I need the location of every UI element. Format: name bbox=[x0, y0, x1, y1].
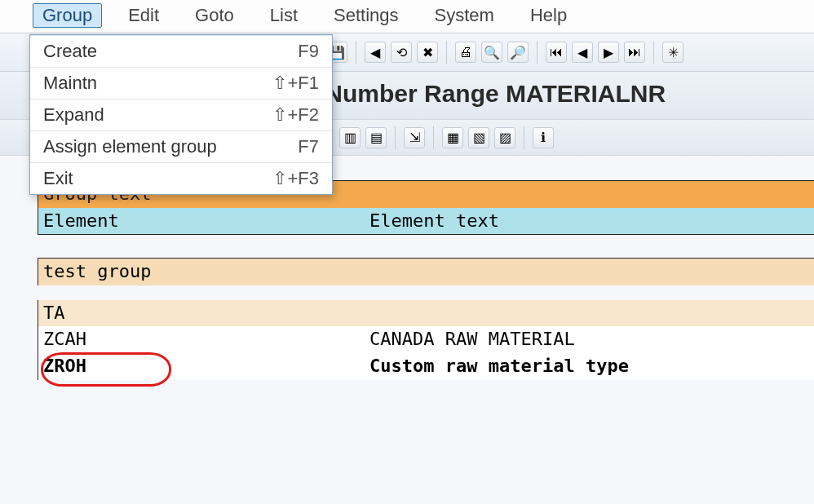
next-page-icon[interactable]: ▶ bbox=[598, 42, 619, 63]
new-session-icon[interactable]: ✳ bbox=[662, 42, 683, 63]
group-name: test group bbox=[43, 260, 369, 284]
element-cell: ZCAH bbox=[43, 328, 369, 351]
first-page-icon[interactable]: ⏮ bbox=[546, 42, 567, 63]
filter-delete-icon[interactable]: ▤ bbox=[365, 127, 387, 148]
menu-item-expand[interactable]: Expand ⇧+F2 bbox=[30, 99, 332, 131]
element-text-cell: Custom raw material type bbox=[369, 355, 809, 378]
menu-item-label: Exit bbox=[43, 168, 73, 189]
cancel-icon[interactable]: ✖ bbox=[417, 42, 438, 63]
menu-bar: Group Edit Goto List Settings System Hel… bbox=[0, 0, 814, 33]
print-icon[interactable]: 🖨 bbox=[455, 42, 476, 63]
menu-item-create[interactable]: Create F9 bbox=[30, 35, 332, 68]
menu-item-group[interactable]: Group bbox=[33, 3, 102, 28]
element-cell: TA bbox=[43, 302, 369, 325]
back-icon[interactable]: ◀ bbox=[365, 42, 386, 63]
group-block: test group bbox=[38, 258, 814, 285]
prev-page-icon[interactable]: ◀ bbox=[572, 42, 593, 63]
last-page-icon[interactable]: ⏭ bbox=[624, 42, 645, 63]
menu-item-shortcut: ⇧+F3 bbox=[272, 168, 319, 189]
export-icon[interactable]: ⇲ bbox=[404, 127, 425, 148]
menu-item-goto[interactable]: Goto bbox=[185, 3, 244, 28]
element-cell: ZROH bbox=[43, 355, 369, 378]
menu-item-settings[interactable]: Settings bbox=[324, 3, 409, 28]
toolbar-separator bbox=[653, 41, 654, 64]
menu-item-shortcut: ⇧+F2 bbox=[272, 104, 319, 126]
filter-icon[interactable]: ▥ bbox=[339, 127, 361, 148]
menu-item-shortcut: F7 bbox=[298, 136, 319, 157]
exit-icon[interactable]: ⟲ bbox=[391, 42, 412, 63]
layout-change-icon[interactable]: ▧ bbox=[468, 127, 489, 148]
menu-item-exit[interactable]: Exit ⇧+F3 bbox=[30, 163, 332, 194]
table-row[interactable]: ZCAH CANADA RAW MATERIAL bbox=[38, 326, 814, 353]
menu-item-list[interactable]: List bbox=[260, 3, 307, 28]
find-icon[interactable]: 🔍 bbox=[481, 42, 502, 63]
label-element: Element bbox=[43, 210, 369, 233]
element-text-cell: CANADA RAW MATERIAL bbox=[369, 328, 809, 351]
menu-item-label: Maintn bbox=[43, 73, 97, 94]
menu-item-assign-element-group[interactable]: Assign element group F7 bbox=[30, 131, 332, 163]
table-row[interactable]: TA bbox=[38, 300, 814, 327]
menu-item-label: Create bbox=[43, 41, 97, 62]
group-menu-dropdown: Create F9 Maintn ⇧+F1 Expand ⇧+F2 Assign… bbox=[29, 34, 333, 195]
menu-item-shortcut: F9 bbox=[298, 41, 319, 62]
toolbar-separator bbox=[537, 41, 538, 64]
toolbar-separator bbox=[433, 126, 434, 149]
element-text-cell bbox=[369, 302, 809, 325]
menu-item-label: Expand bbox=[43, 104, 104, 126]
menu-item-label: Assign element group bbox=[43, 136, 217, 157]
label-element-text: Element text bbox=[369, 210, 809, 233]
toolbar-separator bbox=[395, 126, 396, 149]
menu-item-help[interactable]: Help bbox=[520, 3, 577, 28]
info-icon[interactable]: ℹ bbox=[533, 127, 554, 148]
find-next-icon[interactable]: 🔎 bbox=[507, 42, 529, 63]
menu-item-maintn[interactable]: Maintn ⇧+F1 bbox=[30, 68, 332, 99]
elements-block: TA ZCAH CANADA RAW MATERIAL ZROH Custom … bbox=[38, 300, 814, 380]
group-row[interactable]: test group bbox=[38, 259, 814, 285]
toolbar-separator bbox=[446, 41, 447, 64]
menu-item-shortcut: ⇧+F1 bbox=[272, 73, 319, 94]
menu-item-edit[interactable]: Edit bbox=[118, 3, 169, 28]
toolbar-separator bbox=[524, 126, 524, 149]
toolbar-separator bbox=[356, 41, 356, 64]
header-row-element: Element Element text bbox=[38, 208, 814, 235]
menu-item-system[interactable]: System bbox=[425, 3, 504, 28]
table-row[interactable]: ZROH Custom raw material type bbox=[38, 353, 814, 380]
layout-save-icon[interactable]: ▨ bbox=[494, 127, 515, 148]
layout-icon[interactable]: ▦ bbox=[442, 127, 463, 148]
